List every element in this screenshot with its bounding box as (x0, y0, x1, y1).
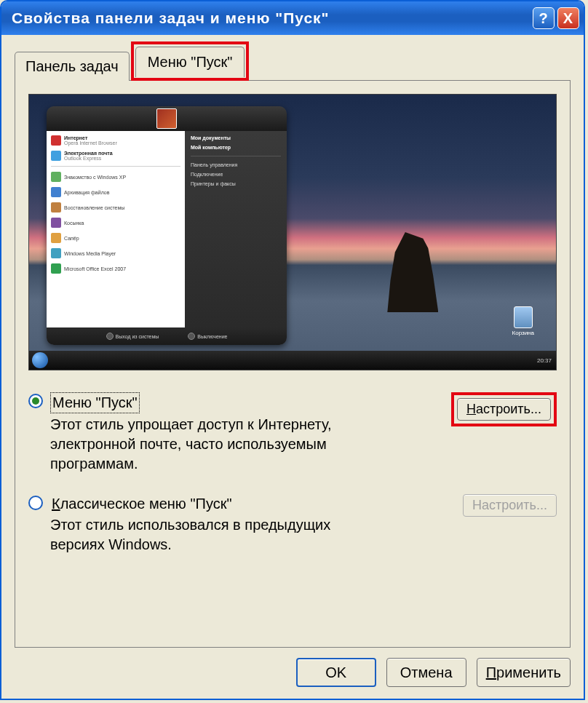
client-area: Панель задач Меню "Пуск" ИнтернетOpera I… (1, 35, 584, 648)
customize-modern-accel: Н (466, 402, 476, 416)
recycle-bin-label: Корзина (512, 330, 534, 336)
preview-recycle-bin: Корзина (512, 306, 534, 336)
preview-left-item: ИнтернетOpera Internet Browser (51, 134, 180, 147)
preview-shutdown: Выключение (188, 333, 227, 340)
tab-highlight: Меню "Пуск" (131, 41, 250, 81)
preview-startmenu-left: ИнтернетOpera Internet BrowserЭлектронна… (47, 131, 185, 327)
apply-label-rest: рименить (496, 664, 561, 680)
app-icon (51, 248, 61, 258)
close-icon: X (563, 10, 573, 27)
app-icon (51, 202, 61, 213)
preview-logoff: Выход из системы (106, 333, 159, 340)
preview-right-item: Принтеры и факсы (191, 181, 281, 186)
preview-shutdown-label: Выключение (197, 334, 227, 339)
radio-classic-startmenu[interactable] (28, 496, 43, 510)
ok-button[interactable]: OK (296, 658, 376, 687)
preview-startmenu-body: ИнтернетOpera Internet BrowserЭлектронна… (47, 131, 287, 327)
properties-window: Свойства панели задач и меню "Пуск" ? X … (0, 0, 585, 700)
app-icon (51, 172, 61, 182)
startmenu-preview: ИнтернетOpera Internet BrowserЭлектронна… (28, 94, 557, 370)
dialog-button-row: OK Отмена Применить (1, 648, 584, 699)
option-modern-title: Меню "Пуск" (50, 392, 140, 413)
preview-startmenu-panel: ИнтернетOpera Internet BrowserЭлектронна… (47, 106, 287, 345)
tab-strip: Панель задач Меню "Пуск" (15, 48, 571, 80)
option-classic-title-rest: лассическое меню "Пуск" (60, 496, 232, 512)
preview-right-item: Мои документы (191, 135, 281, 140)
tab-panel-startmenu: ИнтернетOpera Internet BrowserЭлектронна… (15, 80, 571, 648)
option-classic-title: Классическое меню "Пуск" (50, 494, 234, 514)
preview-startmenu-header (47, 106, 287, 131)
preview-left-item: Косынка (51, 216, 180, 229)
preview-left-item: Сапёр (51, 231, 180, 245)
start-orb-icon (32, 352, 48, 368)
app-icon (51, 233, 61, 243)
preview-startmenu-footer: Выход из системы Выключение (47, 327, 287, 345)
preview-taskbar: 20:37 (29, 351, 556, 370)
preview-left-item: Windows Media Player (51, 247, 180, 260)
app-icon (51, 151, 61, 161)
preview-left-item: Восстановление системы (51, 201, 180, 214)
cancel-button[interactable]: Отмена (386, 658, 466, 687)
customize-modern-button[interactable]: Настроить... (457, 398, 551, 421)
app-icon (51, 187, 61, 197)
recycle-bin-icon (514, 306, 533, 328)
customize-classic-button: Настроить... (463, 494, 557, 517)
app-icon (51, 135, 61, 146)
preview-left-item: Архивация файлов (51, 186, 180, 199)
customize-button-highlight: Настроить... (451, 392, 557, 426)
help-icon: ? (539, 10, 548, 27)
tab-startmenu[interactable]: Меню "Пуск" (135, 47, 245, 77)
preview-right-item: Подключение (191, 172, 281, 177)
window-title: Свойства панели задач и меню "Пуск" (12, 9, 530, 27)
help-button[interactable]: ? (533, 7, 555, 29)
preview-logoff-label: Выход из системы (116, 334, 159, 339)
preview-left-item: Знакомство с Windows XP (51, 170, 180, 183)
titlebar[interactable]: Свойства панели задач и меню "Пуск" ? X (1, 1, 584, 35)
startmenu-style-options: Меню "Пуск" Этот стиль упрощает доступ к… (28, 392, 557, 575)
preview-right-item: Мой компьютер (191, 145, 281, 150)
option-modern-desc: Этот стиль упрощает доступ к Интернету, … (50, 415, 341, 474)
option-classic-accel: К (52, 496, 60, 512)
preview-left-item: Microsoft Office Excel 2007 (51, 262, 180, 275)
app-icon (51, 263, 61, 274)
preview-tray-time: 20:37 (537, 357, 556, 364)
app-icon (51, 218, 61, 228)
preview-startmenu-right: Мои документыМой компьютерПанель управле… (185, 131, 287, 327)
close-button[interactable]: X (557, 7, 579, 29)
option-classic-desc: Этот стиль использовался в предыдущих ве… (50, 515, 341, 555)
apply-button[interactable]: Применить (477, 658, 571, 687)
apply-accel: П (486, 664, 496, 680)
customize-modern-label: астроить... (476, 402, 541, 416)
option-modern-row: Меню "Пуск" Этот стиль упрощает доступ к… (28, 392, 557, 474)
user-avatar-icon (156, 108, 177, 129)
tab-taskbar[interactable]: Панель задач (15, 52, 130, 81)
shutdown-icon (188, 333, 195, 340)
option-classic-row: Классическое меню "Пуск" Этот стиль испо… (28, 494, 557, 555)
radio-modern-startmenu[interactable] (28, 394, 43, 408)
preview-right-item: Панель управления (191, 162, 281, 167)
preview-left-item: Электронная почтаOutlook Express (51, 149, 180, 162)
logoff-icon (106, 333, 114, 340)
